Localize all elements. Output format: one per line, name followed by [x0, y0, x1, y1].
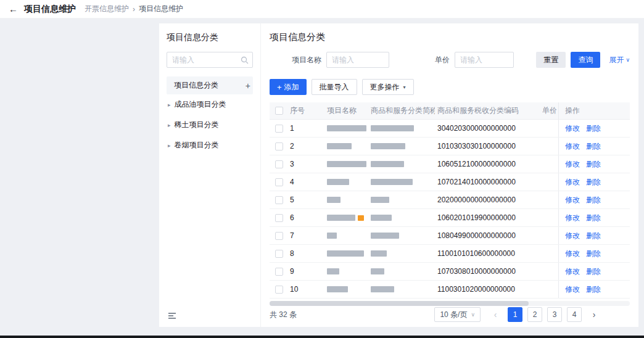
redacted-project-name: [327, 125, 366, 131]
delete-link[interactable]: 删除: [586, 213, 601, 223]
edit-link[interactable]: 修改: [565, 123, 580, 134]
cell-tax-code: 2020000000000000000: [435, 196, 542, 204]
edit-link[interactable]: 修改: [565, 195, 580, 205]
row-checkbox[interactable]: [275, 160, 283, 168]
delete-link[interactable]: 删除: [586, 266, 601, 277]
cell-tax-code: 1080499000000000000: [435, 231, 542, 240]
row-checkbox[interactable]: [275, 286, 283, 294]
cell-project-name: [324, 233, 368, 239]
category-tree-panel: 项目信息分类 项目信息分类 + ▸ 成品油项目分类 ▸: [159, 23, 261, 327]
horizontal-scrollbar: [270, 301, 630, 306]
tree-node-root[interactable]: 项目信息分类 +: [167, 76, 253, 94]
projects-table: 序号 项目名称 商品和服务分类简称 商品和服务税收分类编码 单价 操作 1 30…: [270, 102, 630, 306]
delete-link[interactable]: 删除: [586, 177, 601, 188]
breadcrumb-item-parent[interactable]: 开票信息维护: [85, 4, 129, 14]
batch-import-button[interactable]: 批量导入: [312, 79, 357, 95]
more-actions-button[interactable]: 更多操作 ▾: [362, 79, 414, 95]
tag-icon: [358, 215, 364, 221]
tree-search: [167, 52, 253, 68]
delete-link[interactable]: 删除: [586, 159, 601, 170]
row-checkbox[interactable]: [275, 214, 283, 222]
redacted-category-abbr: [371, 161, 404, 167]
cell-project-name: [324, 286, 368, 292]
redacted-category-abbr: [371, 215, 392, 221]
cell-checkbox: [270, 196, 288, 204]
add-button[interactable]: + 添加: [270, 79, 307, 95]
row-checkbox[interactable]: [275, 250, 283, 258]
cell-tax-code: 1010303030100000000: [435, 142, 542, 150]
next-page-button[interactable]: ›: [587, 307, 601, 322]
delete-link[interactable]: 删除: [586, 231, 601, 241]
edit-link[interactable]: 修改: [565, 284, 580, 295]
table-row: 9 1070308010000000000 修改 删除: [270, 263, 630, 281]
edit-link[interactable]: 修改: [565, 177, 580, 188]
row-checkbox[interactable]: [275, 178, 283, 186]
select-all-checkbox[interactable]: [275, 107, 283, 115]
row-checkbox[interactable]: [275, 268, 283, 276]
window-bottom-edge: [0, 336, 644, 338]
column-header-tax-code: 商品和服务税收分类编码: [435, 105, 542, 116]
redacted-project-name: [327, 268, 339, 274]
tree-node-oil[interactable]: ▸ 成品油项目分类: [167, 94, 253, 115]
edit-link[interactable]: 修改: [565, 266, 580, 277]
table-toolbar: + 添加 批量导入 更多操作 ▾: [270, 79, 630, 95]
cell-category-abbr: [368, 197, 435, 203]
edit-link[interactable]: 修改: [565, 159, 580, 170]
edit-link[interactable]: 修改: [565, 249, 580, 259]
cell-category-abbr: [368, 161, 435, 167]
delete-link[interactable]: 删除: [586, 195, 601, 205]
redacted-project-name: [327, 250, 364, 257]
table-row: 10 1100301020000000000 修改 删除: [270, 281, 630, 299]
cell-project-name: [324, 197, 368, 203]
page-size-select[interactable]: 10 条/页 ∨: [434, 307, 481, 322]
delete-link[interactable]: 删除: [586, 249, 601, 259]
delete-link[interactable]: 删除: [586, 141, 601, 152]
tree-node-cigarette[interactable]: ▸ 卷烟项目分类: [167, 135, 253, 155]
scrollbar-thumb[interactable]: [270, 301, 529, 306]
tree-node-rare-earth[interactable]: ▸ 稀土项目分类: [167, 115, 253, 135]
cell-checkbox: [270, 214, 288, 222]
table-body: 1 3040203000000000000 修改 删除 2 1010303030…: [270, 120, 630, 299]
cell-checkbox: [270, 286, 288, 294]
table-footer: 共 32 条 10 条/页 ∨ ‹ 1 2 3 4 ›: [270, 307, 630, 322]
breadcrumb-item-current: 项目信息维护: [139, 4, 183, 14]
search-icon[interactable]: [241, 56, 249, 64]
page-button-4[interactable]: 4: [567, 307, 582, 322]
row-checkbox[interactable]: [275, 232, 283, 240]
table-row: 7 1080499000000000000 修改 删除: [270, 227, 630, 245]
row-checkbox[interactable]: [275, 142, 283, 150]
column-header-actions: 操作: [558, 102, 630, 119]
delete-link[interactable]: 删除: [586, 284, 601, 295]
category-tree: 项目信息分类 + ▸ 成品油项目分类 ▸ 稀土项目分类 ▸ 卷烟项目分类: [167, 76, 253, 155]
expand-link[interactable]: 展开 ∨: [609, 55, 630, 65]
redacted-category-abbr: [371, 268, 384, 274]
delete-link[interactable]: 删除: [586, 123, 601, 134]
back-icon[interactable]: ←: [9, 4, 18, 14]
prev-page-button[interactable]: ‹: [488, 307, 503, 322]
cell-project-name: [324, 179, 368, 185]
page-button-1[interactable]: 1: [508, 307, 522, 322]
tree-search-input[interactable]: [167, 52, 253, 68]
chevron-down-icon: ∨: [625, 57, 630, 63]
edit-link[interactable]: 修改: [565, 231, 580, 241]
caret-right-icon: ▸: [168, 122, 171, 128]
column-header-project-name: 项目名称: [324, 105, 368, 116]
edit-link[interactable]: 修改: [565, 213, 580, 223]
row-checkbox[interactable]: [275, 196, 283, 204]
cell-category-abbr: [368, 143, 435, 149]
add-button-label: 添加: [284, 82, 299, 93]
column-header-price: 单价: [542, 105, 558, 116]
expand-label: 展开: [609, 55, 624, 65]
page-size-value: 10 条/页: [440, 310, 467, 320]
row-checkbox[interactable]: [275, 125, 283, 133]
filter-price-input[interactable]: [455, 52, 514, 68]
reset-button[interactable]: 重置: [536, 52, 566, 68]
page-button-3[interactable]: 3: [547, 307, 562, 322]
filter-name-input[interactable]: [326, 52, 389, 68]
add-category-icon[interactable]: +: [246, 81, 250, 90]
edit-link[interactable]: 修改: [565, 141, 580, 152]
page-button-2[interactable]: 2: [527, 307, 542, 322]
collapse-panel-icon[interactable]: [168, 312, 176, 319]
top-bar: ← 项目信息维护 开票信息维护 › 项目信息维护: [0, 0, 644, 19]
query-button[interactable]: 查询: [571, 52, 600, 68]
